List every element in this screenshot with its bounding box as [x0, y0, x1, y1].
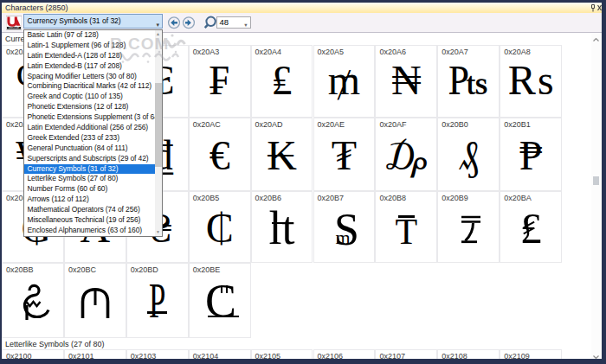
svg-text:UNICODE: UNICODE: [9, 26, 19, 29]
